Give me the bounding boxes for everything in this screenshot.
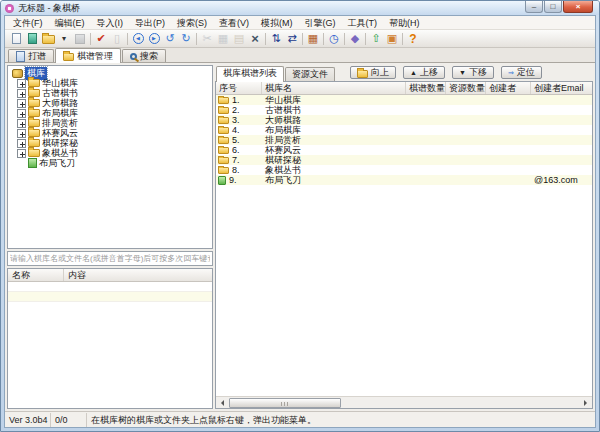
tab-resource-files[interactable]: 资源文件 [285, 67, 335, 81]
column-header[interactable]: 棋库名 [262, 82, 406, 94]
title-bar: 无标题 - 象棋桥 – □ × [1, 1, 599, 15]
locate-arrow-icon: ⇒ [508, 69, 514, 76]
tab-label: 搜索 [140, 50, 158, 63]
row-number: 4. [232, 125, 240, 135]
toolbar-glyph: ▯ [114, 33, 120, 44]
up-button[interactable]: 向上 [350, 66, 396, 79]
forward-icon[interactable]: ▶ [146, 31, 162, 46]
expand-icon[interactable] [17, 99, 26, 108]
folder-tab-icon [63, 53, 74, 61]
copy-icon[interactable]: ▦ [215, 31, 231, 46]
menu-item[interactable]: 文件(F) [7, 16, 49, 30]
app-icon [5, 4, 14, 13]
menu-item[interactable]: 帮助(H) [383, 16, 426, 30]
expand-icon[interactable] [17, 79, 26, 88]
up-triangle-icon: ▲ [410, 69, 417, 76]
table-row[interactable]: 9. 布局飞刀 @163.com [216, 175, 592, 185]
upload-icon[interactable]: ⇧ [368, 31, 384, 46]
scroll-left-button[interactable] [216, 397, 228, 409]
toolbar-glyph: ▣ [387, 33, 397, 44]
column-header[interactable]: 创建者Email [531, 82, 592, 94]
node-icon [28, 99, 40, 107]
toolbar-glyph: ◆ [351, 33, 359, 44]
delete-icon[interactable]: × [247, 31, 263, 46]
toolbar-glyph: × [251, 32, 259, 45]
tag-icon[interactable]: ◆ [347, 31, 363, 46]
edit-icon[interactable]: ✔ [93, 31, 109, 46]
tab-manage[interactable]: 棋谱管理 [55, 48, 121, 63]
sort-icon[interactable]: ⇅ [268, 31, 284, 46]
row-number: 2. [232, 105, 240, 115]
right-panel: 棋库棋谱列表 资源文件 向上 [215, 65, 593, 409]
maximize-button[interactable]: □ [544, 1, 562, 13]
tab-notation[interactable]: 打谱 [8, 49, 54, 62]
table-header: 序号 棋库名 棋谱数量 资源数量 创建者 创建者Email [216, 82, 592, 95]
share-icon[interactable]: ▣ [384, 31, 400, 46]
menu-item[interactable]: 查看(V) [213, 16, 255, 30]
expand-icon[interactable] [17, 139, 26, 148]
scrollbar-thumb[interactable] [229, 398, 341, 408]
save-icon[interactable] [72, 31, 88, 46]
table-body: 1. 华山棋库 2. 古谱棋书 [216, 95, 592, 396]
column-header[interactable]: 名称 [8, 269, 64, 281]
search-input[interactable] [7, 251, 213, 266]
help-icon[interactable]: ? [405, 31, 421, 46]
row-icon [218, 117, 229, 124]
column-header[interactable]: 创建者 [486, 82, 531, 94]
version-label: Ver 3.0b4 [5, 413, 51, 427]
paste-icon[interactable]: ▤ [231, 31, 247, 46]
toolbar-glyph: ⇧ [371, 33, 380, 44]
toolbar-glyph [12, 33, 21, 44]
menu-item[interactable]: 编辑(E) [49, 16, 91, 30]
expand-icon[interactable] [17, 129, 26, 138]
toolbar-glyph: ▤ [234, 33, 244, 44]
move-up-button[interactable]: ▲ 上移 [403, 66, 445, 79]
menu-item[interactable]: 工具(T) [342, 16, 384, 30]
menu-item[interactable]: 模拟(M) [255, 16, 299, 30]
toolbar-glyph: ✂ [202, 33, 211, 44]
menu-item[interactable]: 导出(P) [129, 16, 171, 30]
toolbar-glyph: ▾ [62, 35, 66, 43]
new-library-icon[interactable] [24, 31, 40, 46]
board-list-icon[interactable]: ▦ [305, 31, 321, 46]
new-document-icon[interactable] [8, 31, 24, 46]
open-dropdown-icon[interactable]: ▾ [56, 31, 72, 46]
menu-bar: 文件(F) 编辑(E) 导入(I) 导出(P) 搜索(S) 查看(V) 模拟(M… [5, 16, 595, 30]
horizontal-scrollbar [216, 396, 592, 408]
scroll-right-button[interactable] [580, 397, 592, 409]
tree-item[interactable]: 布局飞刀 [11, 158, 212, 168]
expand-icon[interactable] [17, 119, 26, 128]
redo-icon[interactable]: ↻ [178, 31, 194, 46]
minimize-button[interactable]: – [525, 1, 543, 13]
close-button[interactable]: × [563, 1, 593, 13]
locate-button[interactable]: ⇒ 定位 [501, 66, 542, 79]
tab-library-list[interactable]: 棋库棋谱列表 [216, 66, 284, 82]
cut-icon[interactable]: ✂ [199, 31, 215, 46]
column-header[interactable]: 内容 [64, 269, 212, 281]
transpose-icon[interactable]: ⇄ [284, 31, 300, 46]
back-icon[interactable]: ◀ [130, 31, 146, 46]
timer-icon[interactable]: ◷ [326, 31, 342, 46]
column-header[interactable]: 序号 [216, 82, 262, 94]
menu-item[interactable]: 搜索(S) [171, 16, 213, 30]
open-folder-icon[interactable] [40, 31, 56, 46]
menu-item[interactable]: 引擎(G) [299, 16, 342, 30]
undo-icon[interactable]: ↺ [162, 31, 178, 46]
expand-icon[interactable] [17, 149, 26, 158]
move-down-button[interactable]: ▼ 下移 [452, 66, 494, 79]
down-triangle-icon: ▼ [459, 69, 466, 76]
tab-label: 资源文件 [292, 69, 328, 79]
row-icon [218, 127, 229, 134]
expand-icon[interactable] [17, 89, 26, 98]
status-message: 在棋库树的棋库或文件夹上点鼠标右键，弹出功能菜单。 [87, 413, 595, 427]
menu-item[interactable]: 导入(I) [91, 16, 130, 30]
remove-icon[interactable]: ▯ [109, 31, 125, 46]
tab-search[interactable]: 搜索 [122, 49, 166, 62]
library-name-cell: 布局飞刀 [262, 174, 406, 187]
tree-items: 华山棋库 古谱棋书 大师棋路 [11, 78, 212, 168]
folder-up-icon [357, 70, 368, 78]
column-header[interactable]: 棋谱数量 [406, 82, 446, 94]
expand-icon[interactable] [17, 109, 26, 118]
column-header[interactable]: 资源数量 [446, 82, 486, 94]
tab-label: 棋库棋谱列表 [223, 68, 277, 78]
